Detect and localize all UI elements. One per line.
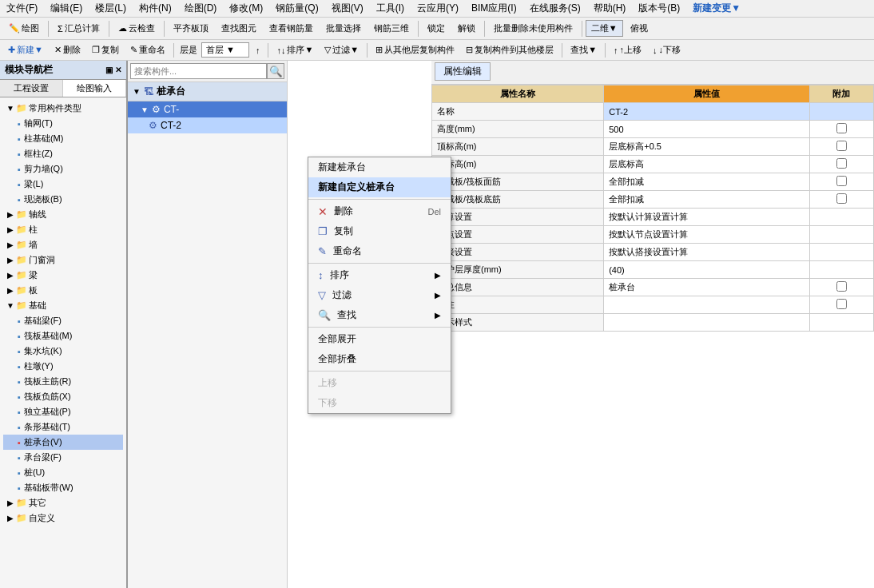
rename-btn[interactable]: ✎ 重命名 <box>125 42 170 58</box>
tree-item-shearwall[interactable]: ▪ 剪力墙(Q) <box>3 161 123 177</box>
attach-checkbox[interactable] <box>836 299 847 309</box>
rebar-3d-btn[interactable]: 钢筋三维 <box>368 20 415 37</box>
tree-item-common[interactable]: ▼ 📁 常用构件类型 <box>3 101 123 116</box>
move-up-btn[interactable]: ↑ ↑上移 <box>609 42 646 58</box>
expand-icon-wall[interactable]: ▶ <box>6 241 14 249</box>
ctx-collapse-all[interactable]: 全部折叠 <box>308 349 451 369</box>
tree-item-custom[interactable]: ▶ 📁 自定义 <box>3 511 123 526</box>
filter-btn[interactable]: ▽ 过滤▼ <box>320 42 364 58</box>
tab-draw-input[interactable]: 绘图输入 <box>63 80 126 97</box>
menu-component[interactable]: 构件(N) <box>136 1 175 16</box>
tree-item-axis[interactable]: ▪ 轴网(T) <box>3 116 123 131</box>
find-btn[interactable]: 查找▼ <box>566 42 602 58</box>
attach-checkbox[interactable] <box>836 141 847 151</box>
calculate-btn[interactable]: Σ 汇总计算 <box>52 20 105 37</box>
ctx-new-custom-pile-table[interactable]: 新建自定义桩承台 <box>308 177 451 197</box>
tree-item-col[interactable]: ▶ 📁 柱 <box>3 222 123 237</box>
search-input[interactable] <box>130 63 267 79</box>
tree-item-piletable[interactable]: ▪ 桩承台(V) <box>3 435 123 450</box>
ctx-sort[interactable]: ↕ 排序 ▶ <box>308 265 451 285</box>
expand-icon-other[interactable]: ▶ <box>6 499 14 507</box>
expand-icon-slabcat[interactable]: ▶ <box>6 287 14 295</box>
comp-tree-expand-icon[interactable]: ▼ <box>133 87 141 96</box>
find-element-btn[interactable]: 查找图元 <box>216 20 262 37</box>
menu-floor[interactable]: 楼层(L) <box>92 1 129 16</box>
menu-draw[interactable]: 绘图(D) <box>181 1 220 16</box>
ctx-delete[interactable]: ✕ 删除 Del <box>308 201 451 221</box>
ctx-new-pile-table[interactable]: 新建桩承台 <box>308 157 451 177</box>
menu-tools[interactable]: 工具(I) <box>373 1 407 16</box>
prop-attach[interactable] <box>809 173 873 191</box>
prop-attach[interactable] <box>809 279 873 296</box>
menu-online[interactable]: 在线服务(S) <box>526 1 584 16</box>
attach-checkbox[interactable] <box>836 158 847 169</box>
tree-item-beam[interactable]: ▪ 梁(L) <box>3 177 123 192</box>
expand-icon-axes[interactable]: ▶ <box>6 211 14 219</box>
attach-checkbox[interactable] <box>836 281 847 292</box>
tree-item-foundbeam[interactable]: ▪ 基础梁(F) <box>3 313 123 328</box>
panel-controls[interactable]: ▣ ✕ <box>105 66 121 74</box>
expand-icon-common[interactable]: ▼ <box>6 105 14 113</box>
attach-checkbox[interactable] <box>836 193 847 204</box>
cloud-check-btn[interactable]: ☁ 云检查 <box>113 20 161 37</box>
copy-btn[interactable]: ❐ 复制 <box>87 42 124 58</box>
menu-rebar[interactable]: 钢筋量(Q) <box>272 1 321 16</box>
2d-view-btn[interactable]: 二维▼ <box>586 20 623 37</box>
menu-modify[interactable]: 修改(M) <box>226 1 266 16</box>
expand-icon-col[interactable]: ▶ <box>6 226 14 234</box>
tree-item-strip[interactable]: ▪ 条形基础(T) <box>3 419 123 435</box>
ctx-find[interactable]: 🔍 查找 ▶ <box>308 305 451 325</box>
align-top-btn[interactable]: 平齐板顶 <box>168 20 214 37</box>
menu-newchange[interactable]: 新建变更▼ <box>689 1 744 16</box>
tree-item-pile[interactable]: ▪ 桩(U) <box>3 465 123 480</box>
view-rebar-btn[interactable]: 查看钢筋量 <box>264 20 319 37</box>
tree-item-sumppit[interactable]: ▪ 集水坑(K) <box>3 344 123 359</box>
batch-delete-btn[interactable]: 批量删除未使用构件 <box>488 20 578 37</box>
tree-item-isolate[interactable]: ▪ 独立基础(P) <box>3 404 123 419</box>
move-down-btn[interactable]: ↓ ↓下移 <box>648 42 685 58</box>
menu-edit[interactable]: 编辑(E) <box>47 1 85 16</box>
tree-item-doorwin[interactable]: ▶ 📁 门窗洞 <box>3 252 123 268</box>
tree-item-foundband[interactable]: ▪ 基础板带(W) <box>3 480 123 495</box>
tree-item-raftneg[interactable]: ▪ 筏板负筋(X) <box>3 389 123 404</box>
attach-checkbox[interactable] <box>836 176 847 186</box>
expand-icon-doorwin[interactable]: ▶ <box>6 256 14 264</box>
prop-attach[interactable] <box>809 138 873 156</box>
new-btn[interactable]: ✚ 新建▼ <box>3 42 48 58</box>
batch-select-btn[interactable]: 批量选择 <box>320 20 367 37</box>
tree-item-other[interactable]: ▶ 📁 其它 <box>3 495 123 511</box>
prop-attach[interactable] <box>809 156 873 173</box>
floor-up-btn[interactable]: ↑ <box>251 44 265 57</box>
tree-item-raft[interactable]: ▪ 筏板基础(M) <box>3 328 123 344</box>
search-button[interactable]: 🔍 <box>267 63 284 79</box>
copy-from-floor-btn[interactable]: ⊞ 从其他层复制构件 <box>371 42 459 58</box>
comp-item-ct[interactable]: ▼ ⚙ CT- <box>128 101 287 117</box>
menu-bim[interactable]: BIM应用(I) <box>468 1 520 16</box>
tab-project-settings[interactable]: 工程设置 <box>0 80 63 97</box>
tree-item-pile-foundation[interactable]: ▪ 柱基础(M) <box>3 131 123 146</box>
lock-btn[interactable]: 锁定 <box>422 20 451 37</box>
tree-item-beamcat[interactable]: ▶ 📁 梁 <box>3 268 123 283</box>
draw-btn[interactable]: ✏️绘图 <box>3 20 45 37</box>
tree-item-coldun[interactable]: ▪ 柱墩(Y) <box>3 359 123 374</box>
tree-item-framecol[interactable]: ▪ 框柱(Z) <box>3 146 123 161</box>
top-view-btn[interactable]: 俯视 <box>625 20 654 37</box>
ctx-rename[interactable]: ✎ 重命名 <box>308 241 451 261</box>
tree-item-slabcat[interactable]: ▶ 📁 板 <box>3 283 123 298</box>
ctx-filter[interactable]: ▽ 过滤 ▶ <box>308 285 451 305</box>
copy-to-floor-btn[interactable]: ⊟ 复制构件到其他楼层 <box>461 42 558 58</box>
menu-view[interactable]: 视图(V) <box>328 1 367 16</box>
props-tab[interactable]: 属性编辑 <box>435 62 491 81</box>
tree-item-wall[interactable]: ▶ 📁 墙 <box>3 237 123 252</box>
menu-version[interactable]: 版本号(B) <box>635 1 683 16</box>
prop-attach[interactable] <box>809 296 873 314</box>
floor-select[interactable]: 首层 ▼ <box>201 42 249 58</box>
expand-icon-beamcat[interactable]: ▶ <box>6 272 14 280</box>
menu-cloud[interactable]: 云应用(Y) <box>414 1 462 16</box>
delete-btn[interactable]: ✕ 删除 <box>50 42 85 58</box>
tree-item-slab[interactable]: ▪ 现浇板(B) <box>3 192 123 207</box>
attach-checkbox[interactable] <box>836 123 847 133</box>
unlock-btn[interactable]: 解锁 <box>452 20 481 37</box>
tree-item-axes[interactable]: ▶ 📁 轴线 <box>3 207 123 222</box>
tree-item-raftmain[interactable]: ▪ 筏板主筋(R) <box>3 374 123 389</box>
